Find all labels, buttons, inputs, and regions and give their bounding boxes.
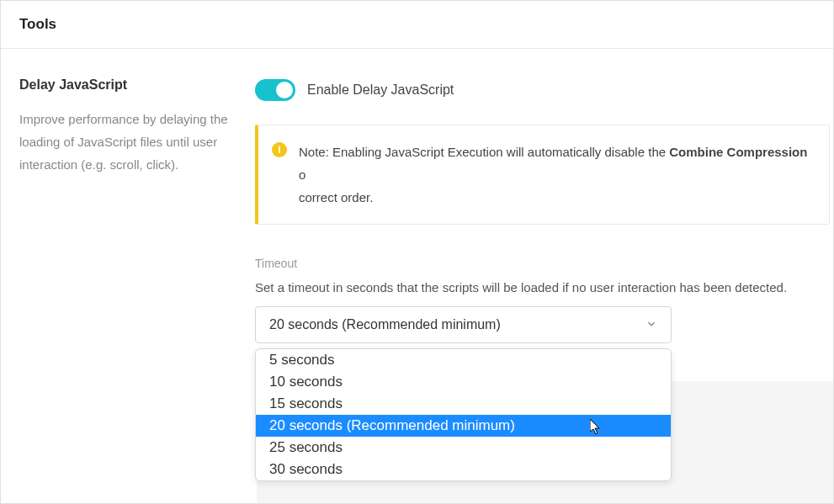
enable-toggle[interactable] xyxy=(255,79,295,101)
dropdown-option[interactable]: 20 seconds (Recommended minimum) xyxy=(256,415,671,437)
timeout-select[interactable]: 20 seconds (Recommended minimum) xyxy=(255,306,672,343)
section-sidebar: Delay JavaScript Improve performance by … xyxy=(19,77,255,343)
toggle-knob xyxy=(276,82,293,98)
timeout-label: Timeout xyxy=(255,257,833,270)
dropdown-option[interactable]: 15 seconds xyxy=(256,393,671,415)
section-description: Improve performance by delaying the load… xyxy=(19,108,230,176)
timeout-description: Set a timeout in seconds that the script… xyxy=(255,280,833,294)
notice-line2: correct order. xyxy=(299,190,373,204)
section-title: Delay JavaScript xyxy=(19,77,230,93)
dropdown-option[interactable]: 25 seconds xyxy=(256,437,671,459)
enable-toggle-label: Enable Delay JavaScript xyxy=(307,82,454,98)
notice-prefix: Note: Enabling JavaScript Execution will… xyxy=(299,145,669,159)
notice-text: Note: Enabling JavaScript Execution will… xyxy=(299,141,812,209)
dropdown-option[interactable]: 10 seconds xyxy=(256,371,671,393)
notice-suffix: o xyxy=(299,167,305,182)
dropdown-option[interactable]: 5 seconds xyxy=(256,349,671,371)
chevron-down-icon xyxy=(645,318,657,332)
page-title: Tools xyxy=(19,16,815,33)
info-icon: i xyxy=(272,142,287,157)
timeout-select-value: 20 seconds (Recommended minimum) xyxy=(269,317,501,332)
info-notice: i Note: Enabling JavaScript Execution wi… xyxy=(255,125,830,225)
timeout-dropdown: 5 seconds10 seconds15 seconds20 seconds … xyxy=(255,348,672,481)
dropdown-option[interactable]: 30 seconds xyxy=(256,459,671,480)
page-header: Tools xyxy=(1,1,833,49)
notice-bold: Combine Compression xyxy=(669,145,807,159)
